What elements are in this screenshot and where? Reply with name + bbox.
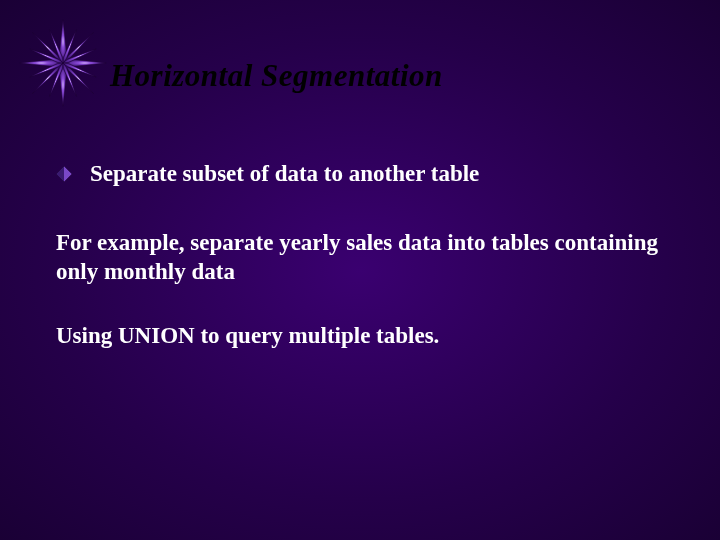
bullet-text: Separate subset of data to another table (90, 160, 680, 189)
svg-marker-7 (32, 63, 63, 94)
svg-marker-6 (63, 32, 94, 63)
diamond-bullet-icon (56, 166, 72, 182)
slide-body: Separate subset of data to another table… (56, 160, 680, 387)
svg-marker-4 (32, 32, 63, 63)
starburst-icon (18, 18, 108, 108)
bullet-item: Separate subset of data to another table (56, 160, 680, 189)
body-paragraph: For example, separate yearly sales data … (56, 229, 680, 287)
body-paragraph: Using UNION to query multiple tables. (56, 322, 680, 351)
slide-title: Horizontal Segmentation (110, 58, 443, 94)
svg-marker-17 (56, 166, 64, 182)
svg-marker-5 (63, 63, 94, 94)
svg-marker-16 (64, 166, 72, 182)
slide: Horizontal Segmentation Separate subset … (0, 0, 720, 540)
